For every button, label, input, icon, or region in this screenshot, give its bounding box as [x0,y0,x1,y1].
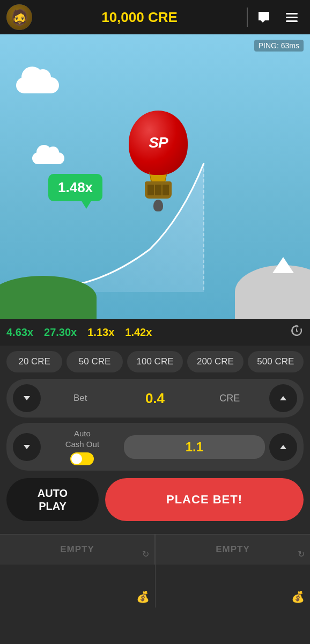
balloon-body: SP [129,111,188,175]
slot-1-refresh-icon[interactable]: ↻ [142,549,149,559]
history-icon [290,324,304,338]
history-button[interactable] [290,324,304,341]
balloon: SP [129,111,188,211]
balance-display: 10,000 CRE [38,9,241,26]
cashout-increase-button[interactable] [269,433,297,461]
slot-2-refresh-icon[interactable]: ↻ [298,549,305,559]
multiplier-bubble: 1.48x [48,174,102,201]
slot-2-label: EMPTY [216,544,250,555]
slot-2: EMPTY ↻ [156,535,310,565]
chevron-down-icon [21,393,32,404]
quick-bet-200[interactable]: 200 CRE [187,351,243,372]
prev-mult-2: 27.30x [44,326,77,339]
slot-1: EMPTY ↻ [0,535,155,565]
auto-cashout-toggle[interactable] [70,452,94,465]
basket-line [147,185,154,195]
lower-area: 💰 💰 [0,565,310,608]
chat-icon [256,10,271,25]
place-bet-button[interactable]: PLACE BET! [105,478,304,521]
quick-bets-row: 20 CRE 50 CRE 100 CRE 200 CRE 500 CRE [6,351,304,372]
basket-line [163,185,169,195]
controls-section: 20 CRE 50 CRE 100 CRE 200 CRE 500 CRE Be… [0,346,310,534]
svg-rect-1 [286,17,298,18]
svg-rect-5 [296,331,298,332]
toggle-container[interactable] [70,452,94,465]
svg-rect-2 [286,20,298,22]
quick-bet-50[interactable]: 50 CRE [67,351,122,372]
lower-left: 💰 [0,565,156,608]
header: 🧔 10,000 CRE [0,0,310,34]
bottom-slots: EMPTY ↻ EMPTY ↻ [0,534,310,565]
quick-bet-100[interactable]: 100 CRE [127,351,183,372]
auto-cashout-label: AutoCash Out [65,428,99,449]
slot-1-label: EMPTY [60,544,94,555]
action-buttons-row: AUTOPLAY PLACE BET! [6,478,304,521]
bet-currency-label: CRE [195,393,265,404]
prev-mult-1: 4.63x [6,326,33,339]
balloon-neck [150,174,166,181]
header-icons [247,5,304,29]
basket-line [155,185,161,195]
prev-mult-4: 1.42x [125,326,152,339]
menu-icon [284,10,299,25]
quick-bet-500[interactable]: 500 CRE [248,351,304,372]
cashout-value-display: 1.1 [186,440,203,455]
quick-bet-20[interactable]: 20 CRE [6,351,62,372]
balloon-bag [153,200,163,211]
svg-rect-0 [286,13,298,14]
menu-button[interactable] [280,5,304,29]
chevron-up-icon [278,393,289,404]
toggle-knob [71,453,82,464]
bet-label: Bet [45,393,115,404]
prev-mult-3: 1.13x [87,326,114,339]
game-canvas: PING: 63ms SP [0,34,310,319]
auto-cashout-row: AutoCash Out 1.1 [6,423,304,471]
bet-increase-button[interactable] [269,384,297,412]
bet-decrease-button[interactable] [13,384,41,412]
lower-left-icon: 💰 [136,590,150,603]
avatar[interactable]: 🧔 [6,4,32,30]
chat-button[interactable] [252,5,276,29]
auto-play-button[interactable]: AUTOPLAY [6,478,99,521]
lower-right-icon: 💰 [291,590,305,603]
lower-right: 💰 [156,565,311,608]
prev-multipliers-bar: 4.63x 27.30x 1.13x 1.42x [0,319,310,346]
basket-lines [147,185,169,195]
balloon-logo: SP [149,134,167,151]
bet-row: Bet 0.4 CRE [6,379,304,418]
cashout-decrease-button[interactable] [13,433,41,461]
bet-value-display: 0.4 [120,390,190,407]
hill-left [0,276,97,319]
chevron-down-icon-2 [21,442,32,452]
ping-display: PING: 63ms [254,40,304,52]
cashout-value-area: 1.1 [124,435,265,459]
header-divider [247,8,248,27]
balloon-basket [145,181,172,199]
chevron-up-icon-2 [278,442,289,452]
